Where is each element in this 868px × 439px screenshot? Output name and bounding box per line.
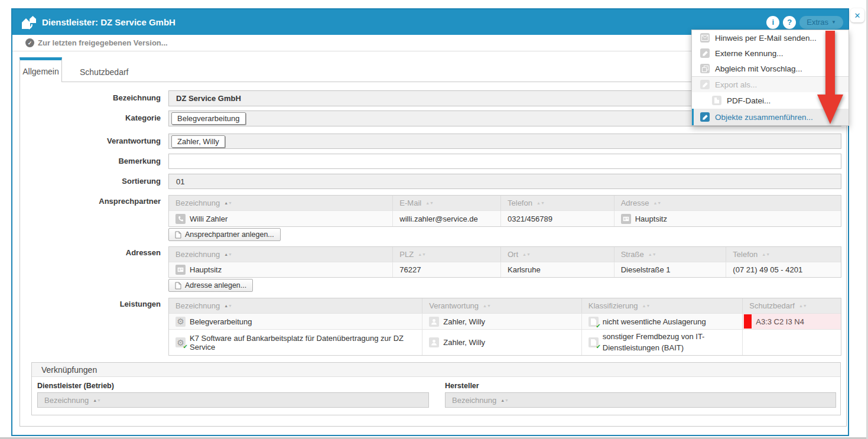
adresse-plz: 76227 [399, 265, 421, 274]
address-icon [175, 265, 186, 275]
menu-item-externe-kennung[interactable]: Externe Kennung... [692, 45, 849, 61]
menu-item-label: PDF-Datei... [727, 96, 771, 105]
column-header[interactable]: Straße▲▼ [615, 247, 727, 262]
adresse-bezeichnung: Hauptsitz [190, 265, 222, 274]
pdf-file-icon [712, 96, 721, 105]
sort-icon: ▲▼ [648, 252, 656, 256]
sort-icon: ▲▼ [224, 304, 232, 308]
dialog-title: Dienstleister: DZ Service GmbH [42, 17, 175, 27]
adresse-strasse: Dieselstraße 1 [621, 265, 671, 274]
export-icon [700, 80, 710, 89]
ansprechpartner-name: Willi Zahler [190, 214, 227, 223]
sort-icon: ▲▼ [425, 201, 434, 205]
service-gear-icon: ⚙ [175, 317, 186, 327]
dienstleister-icon [21, 15, 37, 30]
schutzbedarf-cell: A3:3 C2 I3 N4 [743, 313, 841, 329]
column-header[interactable]: Ort▲▼ [501, 247, 615, 262]
column-header-label: Klassifizierung [589, 301, 638, 310]
column-header-label: Bezeichnung [452, 396, 496, 405]
ansprechpartner-label: Ansprechpartner [20, 197, 161, 206]
column-header[interactable]: Bezeichnung▲▼ [169, 196, 393, 210]
info-button[interactable]: i [766, 16, 779, 29]
envelope-icon [700, 33, 710, 43]
leistung-bezeichnung: Belegverarbeitung [190, 317, 252, 326]
sort-icon: ▲▼ [642, 304, 651, 308]
menu-item-objekte-zusammenfuehren[interactable]: Objekte zusammenführen... [692, 109, 849, 125]
button-label: Ansprechpartner anlegen... [185, 230, 274, 239]
person-icon [429, 337, 439, 347]
column-header-label: E-Mail [399, 199, 421, 207]
column-header[interactable]: Adresse▲▼ [615, 196, 841, 210]
close-icon: ✕ [854, 11, 861, 20]
extras-button[interactable]: Extras ▼ [799, 16, 843, 29]
leistung-bezeichnung: K7 Software auf Bankarbeitsplatz für Dat… [190, 334, 422, 352]
menu-item-label: Objekte zusammenführen... [715, 113, 813, 122]
verantwortung-chip[interactable]: Zahler, Willy [171, 135, 225, 148]
tab-schutzbedarf[interactable]: Schutzbedarf [69, 63, 139, 82]
sort-icon: ▲▼ [522, 252, 531, 256]
column-header-label: Bezeichnung [44, 396, 89, 405]
adresse-ort: Karlsruhe [508, 265, 541, 274]
screen: Dienstleister: DZ Service GmbH i ? Extra… [0, 0, 868, 439]
column-header[interactable]: E-Mail▲▼ [393, 196, 501, 210]
column-header[interactable]: PLZ▲▼ [393, 247, 501, 262]
column-header-label: Telefon [508, 199, 532, 207]
sort-icon: ▲▼ [537, 201, 545, 205]
adressen-table: Bezeichnung▲▼ PLZ▲▼ Ort▲▼ Straße▲▼ Telef… [168, 246, 841, 278]
menu-item-pdf-datei[interactable]: PDF-Datei... [692, 92, 849, 109]
column-header[interactable]: Telefon▲▼ [501, 196, 615, 210]
klassifizierung-doc-icon: ✔ [589, 337, 599, 347]
column-header-label: Schutzbedarf [749, 301, 795, 310]
bezeichnung-label: Bezeichnung [20, 93, 161, 102]
table-row[interactable]: Hauptsitz 76227 Karlsruhe Dieselstraße 1… [169, 262, 841, 277]
kategorie-chip[interactable]: Belegverarbeitung [171, 112, 246, 125]
column-header[interactable]: Schutzbedarf▲▼ [743, 298, 841, 313]
verknuepfungen-section: Verknüpfungen Dienstleister (Betrieb) Be… [31, 362, 841, 415]
tab-allgemein[interactable]: Allgemein [19, 57, 62, 82]
tab-allgemein-label: Allgemein [22, 67, 58, 76]
table-row[interactable]: Willi Zahler willi.zahler@service.de 032… [169, 210, 841, 226]
ansprechpartner-telefon: 0321/456789 [508, 214, 552, 223]
column-header[interactable]: Telefon▲▼ [726, 247, 841, 262]
adresse-anlegen-button[interactable]: Adresse anlegen... [168, 279, 253, 292]
sort-icon: ▲▼ [224, 201, 232, 205]
extras-label: Extras [807, 18, 828, 27]
bemerkung-input[interactable] [168, 154, 841, 169]
klassifizierung-doc-icon: ✔ [589, 317, 599, 327]
column-header-label: Adresse [621, 199, 649, 207]
column-header[interactable]: Verantwortung▲▼ [422, 298, 582, 313]
help-button[interactable]: ? [783, 16, 796, 29]
ansprechpartner-anlegen-button[interactable]: Ansprechpartner anlegen... [168, 228, 281, 241]
last-released-version-link[interactable]: Zur letzten freigegebenen Version... [38, 38, 168, 47]
table-row[interactable]: ⚙ Belegverarbeitung Zahler, Willy ✔ nich… [169, 313, 841, 329]
merge-edit-icon [700, 112, 710, 122]
address-icon [621, 214, 631, 224]
chevron-down-icon: ▼ [831, 19, 836, 25]
table-row[interactable]: ⚙✔ K7 Software auf Bankarbeitsplatz für … [169, 329, 841, 355]
menu-item-hinweis-email[interactable]: Hinweis per E-Mail senden... [692, 30, 849, 45]
dienstleister-betrieb-table-header: Bezeichnung ▲▼ [37, 392, 429, 408]
column-header[interactable]: Bezeichnung▲▼ [169, 298, 422, 313]
hersteller-table-header: Bezeichnung ▲▼ [445, 392, 836, 408]
sort-icon: ▲▼ [93, 398, 101, 402]
column-header-label: Straße [621, 250, 644, 259]
menu-item-abgleich-vorschlag[interactable]: Abgleich mit Vorschlag... [692, 61, 849, 76]
column-header-label: Bezeichnung [175, 199, 220, 207]
ansprechpartner-adresse: Hauptsitz [635, 214, 667, 223]
help-icon: ? [787, 18, 792, 27]
person-icon [429, 317, 439, 327]
verknuepfungen-header: Verknüpfungen [32, 363, 840, 377]
menu-item-label: Abgleich mit Vorschlag... [715, 64, 802, 73]
ansprechpartner-table: Bezeichnung▲▼ E-Mail▲▼ Telefon▲▼ Adresse… [168, 195, 841, 227]
verantwortung-label: Verantwortung [20, 136, 161, 145]
column-header[interactable]: Klassifizierung▲▼ [582, 298, 743, 313]
verantwortung-field: Zahler, Willy [168, 134, 841, 149]
close-button[interactable]: ✕ [850, 8, 864, 22]
dienstleister-betrieb-label: Dienstleister (Betrieb) [37, 382, 114, 390]
sort-icon: ▲▼ [762, 252, 770, 256]
column-header[interactable]: Bezeichnung▲▼ [169, 247, 393, 262]
bemerkung-label: Bemerkung [20, 157, 161, 165]
extras-dropdown-menu: Hinweis per E-Mail senden... Externe Ken… [691, 30, 849, 126]
service-gear-icon: ⚙✔ [175, 337, 186, 347]
adressen-label: Adressen [20, 248, 161, 257]
